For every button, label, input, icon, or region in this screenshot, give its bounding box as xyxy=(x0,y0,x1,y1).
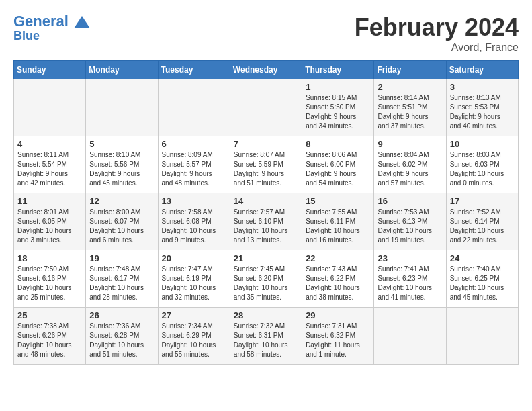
header-day-saturday: Saturday xyxy=(446,61,518,79)
day-info: Sunrise: 8:15 AM Sunset: 5:50 PM Dayligh… xyxy=(306,93,370,131)
calendar-cell: 11Sunrise: 8:01 AM Sunset: 6:05 PM Dayli… xyxy=(14,193,86,250)
day-info: Sunrise: 8:14 AM Sunset: 5:51 PM Dayligh… xyxy=(378,93,442,131)
day-info: Sunrise: 7:43 AM Sunset: 6:22 PM Dayligh… xyxy=(306,265,370,302)
day-info: Sunrise: 7:40 AM Sunset: 6:25 PM Dayligh… xyxy=(450,265,515,302)
calendar-cell: 10Sunrise: 8:03 AM Sunset: 6:03 PM Dayli… xyxy=(446,136,518,193)
calendar-cell: 13Sunrise: 7:58 AM Sunset: 6:08 PM Dayli… xyxy=(158,193,230,250)
calendar-cell: 27Sunrise: 7:34 AM Sunset: 6:29 PM Dayli… xyxy=(158,308,230,365)
day-info: Sunrise: 8:06 AM Sunset: 6:00 PM Dayligh… xyxy=(306,150,370,188)
day-info: Sunrise: 7:32 AM Sunset: 6:31 PM Dayligh… xyxy=(234,322,298,359)
calendar-cell xyxy=(14,79,86,136)
calendar-cell: 2Sunrise: 8:14 AM Sunset: 5:51 PM Daylig… xyxy=(374,79,446,136)
calendar-cell: 26Sunrise: 7:36 AM Sunset: 6:28 PM Dayli… xyxy=(86,308,158,365)
day-info: Sunrise: 8:13 AM Sunset: 5:53 PM Dayligh… xyxy=(450,93,515,131)
day-number: 26 xyxy=(89,310,154,320)
day-number: 6 xyxy=(162,139,226,149)
day-info: Sunrise: 8:04 AM Sunset: 6:02 PM Dayligh… xyxy=(378,150,442,188)
header-day-thursday: Thursday xyxy=(302,61,374,79)
day-info: Sunrise: 8:11 AM Sunset: 5:54 PM Dayligh… xyxy=(17,150,82,188)
day-number: 28 xyxy=(234,310,298,320)
header-day-monday: Monday xyxy=(86,61,158,79)
day-info: Sunrise: 7:45 AM Sunset: 6:20 PM Dayligh… xyxy=(234,265,298,302)
svg-marker-0 xyxy=(74,16,90,28)
day-number: 25 xyxy=(17,310,82,320)
day-number: 21 xyxy=(234,253,298,263)
week-row-3: 11Sunrise: 8:01 AM Sunset: 6:05 PM Dayli… xyxy=(14,193,519,250)
calendar-cell: 6Sunrise: 8:09 AM Sunset: 5:57 PM Daylig… xyxy=(158,136,230,193)
header-day-tuesday: Tuesday xyxy=(158,61,230,79)
day-info: Sunrise: 7:52 AM Sunset: 6:14 PM Dayligh… xyxy=(450,208,515,245)
calendar-cell: 12Sunrise: 8:00 AM Sunset: 6:07 PM Dayli… xyxy=(86,193,158,250)
calendar-cell: 9Sunrise: 8:04 AM Sunset: 6:02 PM Daylig… xyxy=(374,136,446,193)
calendar-cell: 19Sunrise: 7:48 AM Sunset: 6:17 PM Dayli… xyxy=(86,250,158,308)
day-info: Sunrise: 7:53 AM Sunset: 6:13 PM Dayligh… xyxy=(378,208,442,245)
day-info: Sunrise: 7:48 AM Sunset: 6:17 PM Dayligh… xyxy=(89,265,154,302)
week-row-5: 25Sunrise: 7:38 AM Sunset: 6:26 PM Dayli… xyxy=(14,308,519,365)
month-title: February 2024 xyxy=(355,13,519,42)
day-number: 7 xyxy=(234,139,298,149)
calendar-cell: 29Sunrise: 7:31 AM Sunset: 6:32 PM Dayli… xyxy=(302,308,374,365)
day-info: Sunrise: 7:55 AM Sunset: 6:11 PM Dayligh… xyxy=(306,208,370,245)
calendar-cell: 18Sunrise: 7:50 AM Sunset: 6:16 PM Dayli… xyxy=(14,250,86,308)
day-number: 13 xyxy=(162,196,226,206)
calendar-cell xyxy=(374,308,446,365)
day-number: 29 xyxy=(306,310,370,320)
calendar-cell: 20Sunrise: 7:47 AM Sunset: 6:19 PM Dayli… xyxy=(158,250,230,308)
header-day-sunday: Sunday xyxy=(14,61,86,79)
day-number: 12 xyxy=(89,196,154,206)
day-info: Sunrise: 7:58 AM Sunset: 6:08 PM Dayligh… xyxy=(162,208,226,245)
week-row-1: 1Sunrise: 8:15 AM Sunset: 5:50 PM Daylig… xyxy=(14,79,519,136)
header-day-friday: Friday xyxy=(374,61,446,79)
calendar-cell: 22Sunrise: 7:43 AM Sunset: 6:22 PM Dayli… xyxy=(302,250,374,308)
calendar-cell xyxy=(86,79,158,136)
day-info: Sunrise: 8:00 AM Sunset: 6:07 PM Dayligh… xyxy=(89,208,154,245)
calendar-table: SundayMondayTuesdayWednesdayThursdayFrid… xyxy=(13,60,519,365)
day-number: 27 xyxy=(162,310,226,320)
day-info: Sunrise: 7:47 AM Sunset: 6:19 PM Dayligh… xyxy=(162,265,226,302)
day-info: Sunrise: 8:10 AM Sunset: 5:56 PM Dayligh… xyxy=(89,150,154,188)
day-number: 10 xyxy=(450,139,515,149)
calendar-cell: 1Sunrise: 8:15 AM Sunset: 5:50 PM Daylig… xyxy=(302,79,374,136)
location: Avord, France xyxy=(355,42,519,54)
calendar-cell xyxy=(158,79,230,136)
day-number: 17 xyxy=(450,196,515,206)
logo-text: General xyxy=(13,13,90,30)
day-number: 2 xyxy=(378,82,442,92)
day-info: Sunrise: 7:38 AM Sunset: 6:26 PM Dayligh… xyxy=(17,322,82,359)
page-header: General Blue February 2024 Avord, France xyxy=(13,13,519,54)
calendar-cell: 3Sunrise: 8:13 AM Sunset: 5:53 PM Daylig… xyxy=(446,79,518,136)
week-row-4: 18Sunrise: 7:50 AM Sunset: 6:16 PM Dayli… xyxy=(14,250,519,308)
day-info: Sunrise: 8:07 AM Sunset: 5:59 PM Dayligh… xyxy=(234,150,298,188)
day-info: Sunrise: 8:09 AM Sunset: 5:57 PM Dayligh… xyxy=(162,150,226,188)
title-block: February 2024 Avord, France xyxy=(355,13,519,54)
calendar-cell: 16Sunrise: 7:53 AM Sunset: 6:13 PM Dayli… xyxy=(374,193,446,250)
day-number: 24 xyxy=(450,253,515,263)
calendar-cell: 28Sunrise: 7:32 AM Sunset: 6:31 PM Dayli… xyxy=(230,308,302,365)
calendar-cell: 14Sunrise: 7:57 AM Sunset: 6:10 PM Dayli… xyxy=(230,193,302,250)
day-info: Sunrise: 7:57 AM Sunset: 6:10 PM Dayligh… xyxy=(234,208,298,245)
week-row-2: 4Sunrise: 8:11 AM Sunset: 5:54 PM Daylig… xyxy=(14,136,519,193)
calendar-cell: 4Sunrise: 8:11 AM Sunset: 5:54 PM Daylig… xyxy=(14,136,86,193)
day-info: Sunrise: 7:50 AM Sunset: 6:16 PM Dayligh… xyxy=(17,265,82,302)
day-info: Sunrise: 8:01 AM Sunset: 6:05 PM Dayligh… xyxy=(17,208,82,245)
calendar-cell: 25Sunrise: 7:38 AM Sunset: 6:26 PM Dayli… xyxy=(14,308,86,365)
logo: General Blue xyxy=(13,13,90,43)
day-number: 5 xyxy=(89,139,154,149)
calendar-cell xyxy=(230,79,302,136)
day-number: 4 xyxy=(17,139,82,149)
logo-subtext: Blue xyxy=(13,30,90,43)
day-number: 19 xyxy=(89,253,154,263)
day-info: Sunrise: 7:34 AM Sunset: 6:29 PM Dayligh… xyxy=(162,322,226,359)
calendar-cell: 8Sunrise: 8:06 AM Sunset: 6:00 PM Daylig… xyxy=(302,136,374,193)
header-day-wednesday: Wednesday xyxy=(230,61,302,79)
day-number: 23 xyxy=(378,253,442,263)
calendar-cell: 17Sunrise: 7:52 AM Sunset: 6:14 PM Dayli… xyxy=(446,193,518,250)
day-number: 8 xyxy=(306,139,370,149)
day-number: 3 xyxy=(450,82,515,92)
day-number: 16 xyxy=(378,196,442,206)
calendar-cell xyxy=(446,308,518,365)
day-number: 22 xyxy=(306,253,370,263)
header-row: SundayMondayTuesdayWednesdayThursdayFrid… xyxy=(14,61,519,79)
day-number: 9 xyxy=(378,139,442,149)
day-number: 1 xyxy=(306,82,370,92)
